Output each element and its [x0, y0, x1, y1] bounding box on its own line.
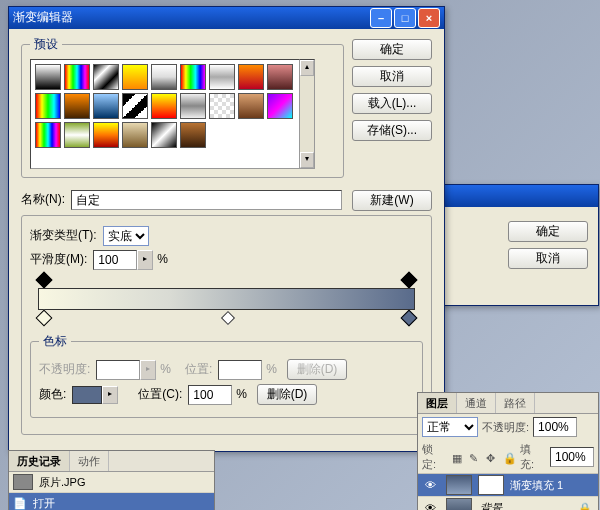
- opacity-label: 不透明度:: [39, 362, 90, 378]
- gradient-editor-titlebar[interactable]: 渐变编辑器 – □ ×: [9, 7, 444, 29]
- color-stop-right[interactable]: [401, 309, 418, 326]
- opacity-stop-track[interactable]: [38, 274, 415, 288]
- type-label: 渐变类型(T):: [30, 228, 97, 244]
- window-title: 渐变编辑器: [13, 10, 368, 26]
- scroll-down-icon[interactable]: ▾: [300, 152, 314, 168]
- maximize-button[interactable]: □: [394, 8, 416, 28]
- layer-row-background[interactable]: 👁 背景 🔒: [418, 497, 598, 510]
- preset-swatch[interactable]: [122, 93, 148, 119]
- preset-grid[interactable]: [30, 59, 300, 169]
- blend-mode-select[interactable]: 正常: [422, 417, 478, 437]
- layer-mask-thumb-icon: [478, 475, 504, 495]
- minimize-button[interactable]: –: [370, 8, 392, 28]
- smoothness-label: 平滑度(M):: [30, 252, 87, 268]
- fill-label: 填充:: [520, 442, 545, 471]
- name-input[interactable]: [71, 190, 342, 210]
- tab-paths[interactable]: 路径: [496, 393, 535, 413]
- visibility-icon[interactable]: 👁: [422, 500, 438, 510]
- preset-scrollbar[interactable]: ▴ ▾: [300, 59, 315, 169]
- lock-transparency-icon[interactable]: ▦: [452, 451, 464, 463]
- preset-swatch[interactable]: [238, 93, 264, 119]
- dialog2-cancel-button[interactable]: 取消: [508, 248, 588, 269]
- delete-opacity-stop-button: 删除(D): [287, 359, 347, 380]
- position2-input[interactable]: [188, 385, 232, 405]
- color-swatch[interactable]: [72, 386, 102, 404]
- preset-swatch[interactable]: [122, 64, 148, 90]
- preset-swatch[interactable]: [35, 64, 61, 90]
- presets-fieldset: 预设 ▴ ▾: [21, 37, 344, 178]
- preset-swatch[interactable]: [35, 122, 61, 148]
- tab-actions[interactable]: 动作: [70, 451, 109, 471]
- lock-position-icon[interactable]: ✥: [486, 451, 498, 463]
- opacity-stop-left[interactable]: [36, 271, 53, 288]
- preset-swatch[interactable]: [93, 64, 119, 90]
- save-button[interactable]: 存储(S)...: [352, 120, 432, 141]
- preset-swatch[interactable]: [64, 64, 90, 90]
- stops-fieldset: 色标 不透明度: ▸ % 位置: % 删除(D) 颜色: ▸ 位置(C): %: [30, 334, 423, 419]
- dropdown-icon: ▸: [140, 360, 156, 380]
- midpoint-handle[interactable]: [221, 311, 235, 325]
- layer-name: 背景: [480, 501, 502, 510]
- preset-swatch[interactable]: [267, 64, 293, 90]
- stops-legend: 色标: [39, 334, 71, 350]
- layer-name: 渐变填充 1: [510, 478, 563, 492]
- cancel-button[interactable]: 取消: [352, 66, 432, 87]
- type-select[interactable]: 实底: [103, 226, 149, 246]
- preset-swatch[interactable]: [151, 93, 177, 119]
- history-tabs: 历史记录 动作: [9, 451, 214, 472]
- close-button[interactable]: ×: [418, 8, 440, 28]
- new-button[interactable]: 新建(W): [352, 190, 432, 211]
- preset-swatch[interactable]: [151, 64, 177, 90]
- lock-all-icon[interactable]: 🔒: [503, 451, 515, 463]
- preset-swatch[interactable]: [64, 93, 90, 119]
- preset-swatch[interactable]: [93, 93, 119, 119]
- opacity-stop-right[interactable]: [401, 271, 418, 288]
- color-label: 颜色:: [39, 387, 66, 403]
- gradient-bar[interactable]: [38, 288, 415, 310]
- load-button[interactable]: 载入(L)...: [352, 93, 432, 114]
- scroll-up-icon[interactable]: ▴: [300, 60, 314, 76]
- lock-icon: 🔒: [578, 501, 592, 510]
- dropdown-icon[interactable]: ▸: [137, 250, 153, 270]
- tab-layers[interactable]: 图层: [418, 393, 457, 413]
- gradient-editor-window: 渐变编辑器 – □ × 预设 ▴ ▾ 确定 取消 载入(L)... 存储(S).…: [8, 6, 445, 452]
- color-dropdown-icon[interactable]: ▸: [102, 386, 118, 404]
- color-stop-track[interactable]: [38, 310, 415, 324]
- preset-swatch[interactable]: [93, 122, 119, 148]
- fill-input[interactable]: [550, 447, 594, 467]
- smoothness-input[interactable]: [93, 250, 137, 270]
- delete-color-stop-button[interactable]: 删除(D): [257, 384, 317, 405]
- preset-swatch[interactable]: [209, 64, 235, 90]
- history-step-open[interactable]: 📄 打开: [9, 493, 214, 510]
- ok-button[interactable]: 确定: [352, 39, 432, 60]
- tab-history[interactable]: 历史记录: [9, 451, 70, 471]
- preset-swatch[interactable]: [151, 122, 177, 148]
- preset-swatch[interactable]: [180, 64, 206, 90]
- layer-thumb-icon: [446, 475, 472, 495]
- preset-swatch[interactable]: [267, 93, 293, 119]
- percent-label: %: [157, 252, 168, 268]
- layers-panel: 图层 通道 路径 正常 不透明度: 锁定: ▦ ✎ ✥ 🔒 填充: 👁 渐变填充…: [417, 392, 599, 510]
- history-step-label: 打开: [33, 496, 55, 510]
- opacity-input: [96, 360, 140, 380]
- position2-label: 位置(C):: [138, 387, 182, 403]
- presets-legend: 预设: [30, 37, 62, 53]
- visibility-icon[interactable]: 👁: [422, 477, 438, 493]
- preset-swatch[interactable]: [180, 93, 206, 119]
- lock-paint-icon[interactable]: ✎: [469, 451, 481, 463]
- preset-swatch[interactable]: [238, 64, 264, 90]
- layer-opacity-input[interactable]: [533, 417, 577, 437]
- history-root-item[interactable]: 原片.JPG: [9, 472, 214, 493]
- preset-swatch[interactable]: [209, 93, 235, 119]
- preset-swatch[interactable]: [180, 122, 206, 148]
- layer-row-gradient-fill[interactable]: 👁 渐变填充 1: [418, 474, 598, 497]
- preset-swatch[interactable]: [35, 93, 61, 119]
- layer-thumb-icon: [446, 498, 472, 510]
- dialog2-ok-button[interactable]: 确定: [508, 221, 588, 242]
- preset-swatch[interactable]: [122, 122, 148, 148]
- position-label: 位置:: [185, 362, 212, 378]
- preset-swatch[interactable]: [64, 122, 90, 148]
- layer-opacity-label: 不透明度:: [482, 420, 529, 434]
- color-stop-left[interactable]: [36, 309, 53, 326]
- tab-channels[interactable]: 通道: [457, 393, 496, 413]
